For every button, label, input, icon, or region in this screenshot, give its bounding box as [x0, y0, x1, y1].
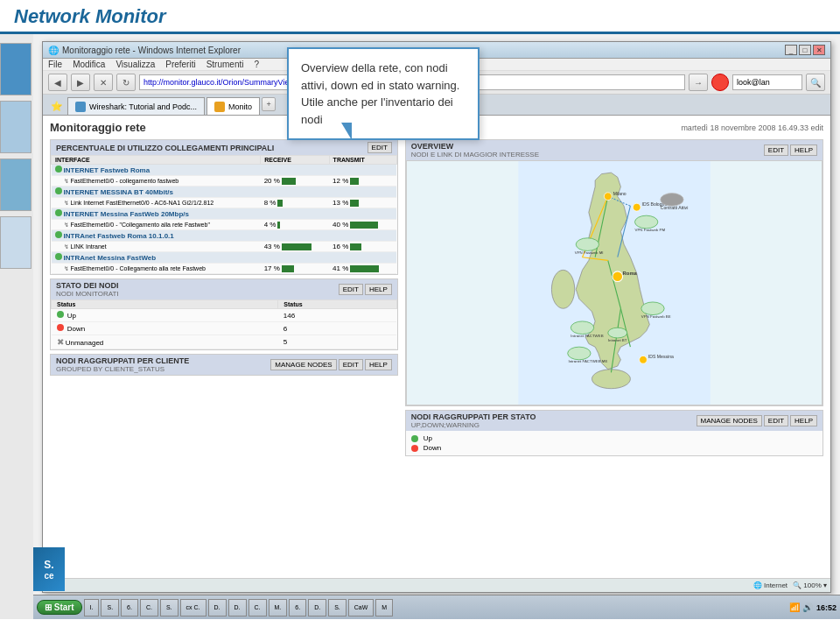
- taskbar-item-8[interactable]: D.: [228, 599, 247, 616]
- favorites-icon[interactable]: ⭐: [48, 97, 66, 115]
- node-contratti[interactable]: [661, 194, 683, 207]
- menu-visualizza[interactable]: Visualizza: [116, 60, 155, 69]
- search-go-button[interactable]: 🔍: [806, 74, 825, 91]
- taskbar-item-13[interactable]: S.: [328, 599, 346, 616]
- interface-cell-2: ↯ Link Internet FastEthernet0/0 - AC6-NA…: [52, 198, 261, 208]
- new-tab-button[interactable]: +: [262, 97, 276, 111]
- search-bar[interactable]: [732, 74, 802, 90]
- minimize-button[interactable]: _: [785, 45, 797, 55]
- status-row-up: Up 146: [52, 309, 397, 322]
- tab-favicon-2: [214, 102, 225, 112]
- receive-bar-4: [282, 243, 312, 250]
- label-roma: Roma: [622, 271, 637, 276]
- taskbar-item-4[interactable]: C.: [140, 599, 158, 616]
- node-factweb[interactable]: [570, 321, 593, 335]
- back-button[interactable]: ◀: [48, 74, 67, 91]
- forward-button[interactable]: ▶: [71, 74, 90, 91]
- overview-section: Overview NODI E LINK DI MAGGIOR INTERESS…: [405, 139, 823, 406]
- receive-bar-2: [277, 200, 283, 207]
- node-milano[interactable]: [604, 193, 612, 201]
- node-vpn-pm[interactable]: [634, 215, 657, 229]
- close-button[interactable]: ✕: [813, 45, 825, 55]
- node-vpn-mi[interactable]: [576, 238, 598, 251]
- menu-modifica[interactable]: Modifica: [73, 60, 105, 69]
- start-button[interactable]: ⊞ Start: [37, 600, 82, 615]
- sardinia: [551, 270, 574, 308]
- restore-button[interactable]: □: [799, 45, 811, 55]
- grouped-client-titles: Nodi raggruppati per Cliente GROUPED BY …: [56, 356, 189, 373]
- grouped-status-section: Nodi raggruppati per stato UP,DOWN;WARNI…: [405, 410, 823, 456]
- taskbar-item-10[interactable]: M.: [269, 599, 288, 616]
- browser-tab-monito[interactable]: Monito: [206, 97, 260, 115]
- right-panel: Overview NODI E LINK DI MAGGIOR INTERESS…: [405, 139, 823, 566]
- status-help-button[interactable]: HELP: [365, 284, 392, 295]
- menu-preferiti[interactable]: Preferiti: [165, 60, 195, 69]
- table-row: ↯ Link Internet FastEthernet0/0 - AC6-NA…: [52, 198, 397, 208]
- refresh-button[interactable]: ↻: [116, 74, 136, 91]
- sidebar-tab-2[interactable]: [0, 101, 32, 153]
- status-section-buttons: EDIT HELP: [339, 284, 392, 295]
- manage-nodes-button[interactable]: MANAGE NODES: [270, 359, 336, 370]
- node-bt[interactable]: [608, 328, 627, 338]
- overview-header: Overview NODI E LINK DI MAGGIOR INTERESS…: [406, 140, 822, 160]
- table-row: ↯ FastEthernet0/0 - Collegamento alla re…: [52, 264, 397, 274]
- group-intranet-messina: INTRAnet Messina FastWeb: [52, 252, 397, 264]
- taskbar-item-7[interactable]: D.: [208, 599, 227, 616]
- stop-icon: [711, 74, 729, 91]
- taskbar-item-12[interactable]: D.: [308, 599, 326, 616]
- status-row-unmanaged: ✖ Unmanaged 5: [52, 335, 397, 349]
- node-factweb-me[interactable]: [567, 347, 590, 360]
- taskbar-item-2[interactable]: S.: [101, 599, 119, 616]
- logo-text-s: S.: [44, 559, 53, 571]
- interface-cell-5: ↯ FastEthernet0/0 - Collegamento alla re…: [52, 264, 261, 274]
- browser-tab-wireshark[interactable]: Wireshark: Tutorial and Podc...: [67, 97, 205, 115]
- grouped-manage-button[interactable]: MANAGE NODES: [696, 415, 762, 426]
- go-button[interactable]: →: [689, 74, 708, 91]
- italy-map-svg: Milano IDS Bologna Contratti Attivi: [407, 161, 822, 405]
- status-dot-2: [55, 187, 62, 194]
- taskbar-item-11[interactable]: 6.: [289, 599, 306, 616]
- taskbar-item-1[interactable]: I.: [84, 599, 100, 616]
- node-vpn-be[interactable]: [641, 302, 664, 315]
- grouped-status-header: Nodi raggruppati per stato UP,DOWN;WARNI…: [406, 411, 822, 431]
- tab-label-2: Monito: [228, 102, 252, 111]
- col-interface: INTERFACE: [52, 156, 261, 165]
- taskbar-item-9[interactable]: C.: [248, 599, 267, 616]
- transmit-bar-5: [350, 265, 379, 272]
- status-edit-button[interactable]: EDIT: [339, 284, 363, 295]
- tab-label: Wireshark: Tutorial and Podc...: [89, 102, 197, 111]
- menu-strumenti[interactable]: Strumenti: [206, 60, 244, 69]
- grouped-help-button[interactable]: HELP: [365, 359, 392, 370]
- label-vpn-be: VPN Fastweb BE: [641, 314, 671, 319]
- taskbar-item-3[interactable]: 6.: [121, 599, 138, 616]
- node-bologna[interactable]: [633, 203, 640, 211]
- taskbar-item-14[interactable]: CaW: [348, 599, 374, 616]
- dot-red: [57, 324, 64, 331]
- sidebar-tab-3[interactable]: [0, 159, 32, 211]
- taskbar-item-15[interactable]: M: [375, 599, 393, 616]
- content-columns: Percentuale di Utilizzo Collegamenti Pri…: [50, 139, 823, 566]
- sidebar-tab-4[interactable]: [0, 216, 32, 269]
- browser-window-title: Monitoraggio rete - Windows Internet Exp…: [62, 46, 241, 55]
- map-container: Milano IDS Bologna Contratti Attivi: [406, 160, 822, 405]
- overview-title: Overview: [411, 142, 539, 151]
- overview-help-button[interactable]: HELP: [790, 144, 817, 156]
- grouped-status-titles: Nodi raggruppati per stato UP,DOWN;WARNI…: [411, 412, 536, 429]
- menu-help[interactable]: ?: [254, 60, 259, 69]
- stop-button[interactable]: ✕: [94, 74, 113, 91]
- label-milano: Milano: [612, 191, 626, 196]
- overview-edit-button[interactable]: EDIT: [764, 144, 788, 156]
- left-panel: Percentuale di Utilizzo Collegamenti Pri…: [50, 139, 398, 566]
- status-section-titles: Stato dei nodi NODI MONITORATI: [56, 281, 119, 298]
- menu-file[interactable]: File: [48, 60, 62, 69]
- node-messina[interactable]: [639, 356, 647, 363]
- sidebar-tab-1[interactable]: [0, 43, 32, 95]
- table-row: ↯ LINK Intranet 43 % 16 %: [52, 242, 397, 252]
- taskbar-item-6[interactable]: cx C.: [180, 599, 206, 616]
- grouped-edit-button[interactable]: EDIT: [339, 359, 363, 370]
- grouped-status-help-button[interactable]: HELP: [790, 415, 817, 426]
- links-edit-button[interactable]: EDIT: [368, 142, 392, 153]
- node-roma[interactable]: [612, 271, 623, 282]
- taskbar-item-5[interactable]: S.: [160, 599, 178, 616]
- grouped-status-edit-button[interactable]: EDIT: [764, 415, 788, 426]
